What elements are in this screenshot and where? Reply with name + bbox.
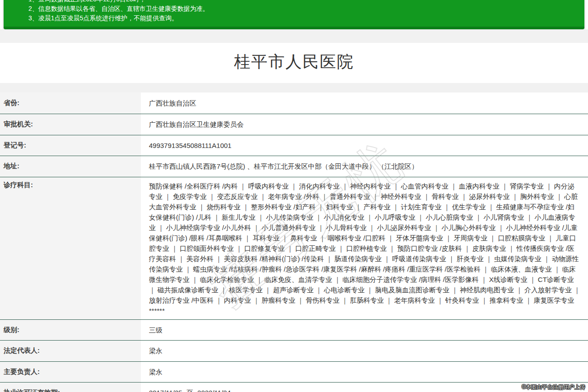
spacer-strip xyxy=(0,83,588,92)
table-row: 诊疗科目: 预防保健科 /全科医疗科 /内科 ｜ 呼吸内科专业 ｜ 消化内科专业… xyxy=(0,177,588,319)
notice-line: 2、信息数据结果以各省、自治区、直辖市卫生健康委数据为准。 xyxy=(28,4,575,14)
row-value: 预防保健科 /全科医疗科 /内科 ｜ 呼吸内科专业 ｜ 消化内科专业 ｜ 神经内… xyxy=(141,177,588,319)
row-label: 省份: xyxy=(0,92,141,114)
hospital-info-page: { "banner": { "bg_color": "#12991f", "li… xyxy=(0,0,588,392)
page-title: 桂平市人民医院 xyxy=(0,51,588,73)
table-row: 地址: 桂平市西山镇人民西路7号(总院) 、桂平市江北开发区中部（金田大道中段）… xyxy=(0,156,588,177)
row-value: 49937913545088111A1001 xyxy=(141,135,588,156)
table-row: 级别: 三级 xyxy=(0,319,588,341)
notice-line: 1、查询数据截止到2023年12月5日23时； xyxy=(28,0,575,4)
info-table: 省份: 广西壮族自治区 审批机关: 广西壮族自治区卫生健康委员会 登记号: 49… xyxy=(0,92,588,392)
row-value: 2017/11/25 -至- 2032/11/24 xyxy=(141,383,588,392)
table-row: 法定代表人: 梁永 xyxy=(0,340,588,361)
row-value: 广西壮族自治区卫生健康委员会 xyxy=(141,114,588,135)
row-value: 梁永 xyxy=(141,341,588,361)
row-value: 三级 xyxy=(141,320,588,341)
row-label: 法定代表人: xyxy=(0,341,141,361)
row-label: 主要负责人: xyxy=(0,362,141,383)
row-value: 广西壮族自治区 xyxy=(141,92,588,114)
notice-banner: 1、查询数据截止到2023年12月5日23时； 2、信息数据结果以各省、自治区、… xyxy=(4,0,584,29)
row-value: 桂平市西山镇人民西路7号(总院) 、桂平市江北开发区中部（金田大道中段） （江北… xyxy=(141,156,588,177)
notice-line: 3、凌晨1点至凌晨5点系统进行维护，不能提供查询。 xyxy=(28,14,575,23)
table-row: 省份: 广西壮族自治区 xyxy=(0,92,588,114)
row-label: 诊疗科目: xyxy=(0,177,141,319)
table-row: 执业许可证有效期: 2017/11/25 -至- 2032/11/24 xyxy=(0,382,588,392)
spacer-strip xyxy=(0,29,588,43)
row-value: 梁永 xyxy=(141,362,588,383)
table-row: 主要负责人: 梁永 xyxy=(0,361,588,383)
row-label: 登记号: xyxy=(0,135,141,156)
title-card: 桂平市人民医院 xyxy=(0,43,588,83)
row-label: 执业许可证有效期: xyxy=(0,383,141,392)
row-label: 审批机关: xyxy=(0,114,141,135)
row-label: 地址: xyxy=(0,156,141,177)
table-row: 审批机关: 广西壮族自治区卫生健康委员会 xyxy=(0,114,588,135)
row-label: 级别: xyxy=(0,320,141,341)
table-row: 登记号: 49937913545088111A1001 xyxy=(0,135,588,156)
